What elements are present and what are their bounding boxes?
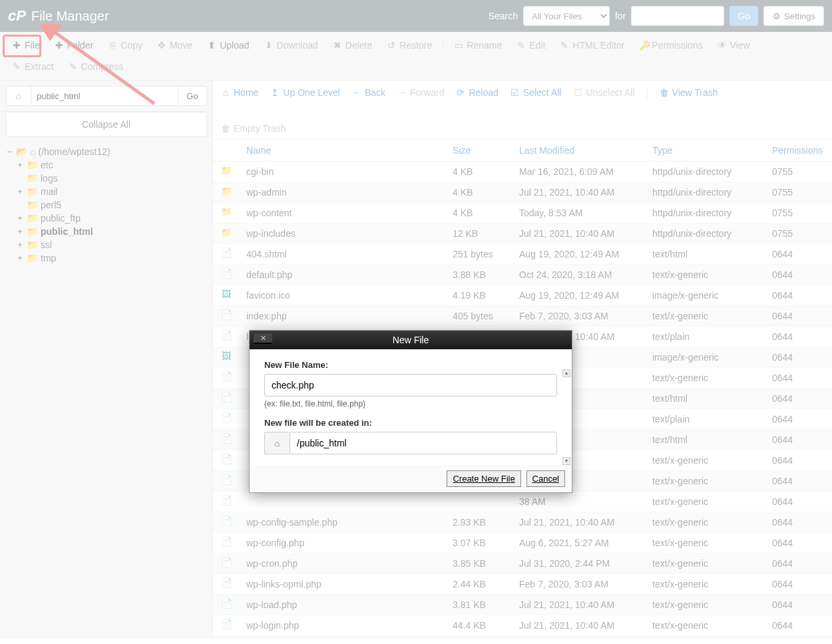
filename-hint: (ex: file.txt, file.html, file.php) <box>264 399 557 408</box>
modal-footer: Create New File Cancel <box>250 465 572 492</box>
filename-input[interactable] <box>264 374 557 397</box>
location-label: New file will be created in: <box>264 418 557 428</box>
modal-title: New File <box>393 335 429 345</box>
cancel-button[interactable]: Cancel <box>526 470 565 487</box>
modal-title-bar: ✕ New File <box>250 331 572 349</box>
create-file-button[interactable]: Create New File <box>447 470 520 487</box>
modal-body: New File Name: (ex: file.txt, file.html,… <box>250 349 572 465</box>
modal-backdrop <box>0 0 832 644</box>
new-file-modal: ✕ New File New File Name: (ex: file.txt,… <box>249 330 572 493</box>
modal-close-button[interactable]: ✕ <box>254 333 272 344</box>
location-home-icon: ⌂ <box>264 432 290 454</box>
location-input[interactable] <box>290 432 557 454</box>
filename-label: New File Name: <box>264 360 557 370</box>
home-icon: ⌂ <box>275 438 280 448</box>
scroll-up-icon[interactable]: ▴ <box>562 369 570 377</box>
scroll-down-icon[interactable]: ▾ <box>562 457 570 465</box>
modal-scrollbar[interactable]: ▴ ▾ <box>562 369 570 465</box>
close-icon: ✕ <box>260 334 266 343</box>
